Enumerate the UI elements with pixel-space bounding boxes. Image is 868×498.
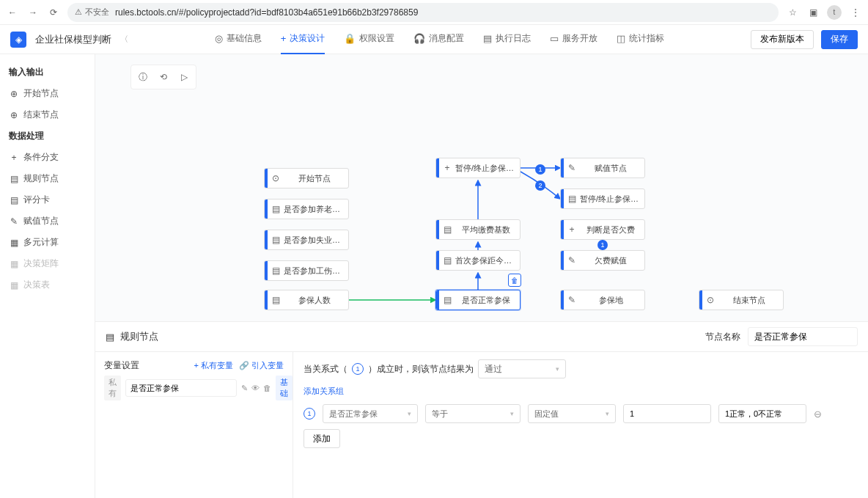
sidebar-item-结束节点[interactable]: ⊕结束节点 — [0, 104, 95, 125]
sidebar-item-决策矩阵: ▦决策矩阵 — [0, 253, 95, 274]
node-icon: ▤ — [439, 255, 455, 266]
tab-权限设置[interactable]: 🔒权限设置 — [344, 25, 394, 54]
remark-input[interactable] — [718, 404, 806, 423]
tab-执行日志[interactable]: ▤执行日志 — [483, 25, 531, 54]
sidebar-icon: ⊕ — [9, 110, 19, 120]
rule-row: 1 是否正常参保▾ 等于▾ 固定值▾ ⊖ — [304, 404, 858, 423]
sidebar-icon: ▤ — [9, 174, 19, 184]
field-select[interactable]: 是否正常参保▾ — [323, 404, 418, 423]
play-icon[interactable]: ▷ — [174, 67, 194, 87]
rule-prefix: 当关系式（ — [304, 363, 347, 376]
logo-icon: ◈ — [10, 32, 26, 48]
edge-badge: 1 — [597, 240, 608, 250]
node-n1[interactable]: ▤是否参加养老保险 — [264, 199, 349, 219]
sidebar-item-条件分支[interactable]: +条件分支 — [0, 147, 95, 168]
reload-icon[interactable]: ⟳ — [47, 6, 60, 19]
tab-消息配置[interactable]: 🎧消息配置 — [413, 25, 464, 54]
node-icon: ⊙ — [268, 173, 284, 183]
value-input[interactable] — [623, 404, 711, 423]
node-label: 开始节点 — [284, 173, 348, 184]
rule-row-badge: 1 — [304, 408, 315, 420]
tab-icon: ▤ — [483, 33, 492, 44]
node-icon: ▤ — [268, 204, 284, 214]
back-icon[interactable]: ← — [6, 6, 19, 19]
node-n4[interactable]: ▤参保人数 — [264, 290, 349, 310]
var-basic-tag[interactable]: 基础 — [276, 376, 293, 400]
sidebar-item-评分卡[interactable]: ▤评分卡 — [0, 189, 95, 210]
node-label: 欠费赋值 — [580, 255, 644, 266]
tab-决策设计[interactable]: +决策设计 — [281, 25, 326, 54]
panel-icon: ▤ — [106, 332, 114, 343]
tab-icon: ◎ — [215, 33, 223, 44]
more-icon[interactable]: ⋮ — [849, 6, 862, 19]
save-button[interactable]: 保存 — [821, 30, 858, 49]
sidebar-item-开始节点[interactable]: ⊕开始节点 — [0, 83, 95, 104]
avatar[interactable]: t — [827, 5, 842, 20]
sidebar-icon: ▦ — [9, 280, 19, 290]
type-select[interactable]: 固定值▾ — [528, 404, 616, 423]
op-select[interactable]: 等于▾ — [425, 404, 521, 423]
url-bar[interactable]: ⚠ 不安全 rules.bctools.cn/#/policyprojectad… — [67, 3, 779, 22]
node-label: 是否参加养老保险 — [284, 204, 348, 215]
result-select[interactable]: 通过▾ — [478, 359, 566, 378]
var-title: 变量设置 — [104, 359, 139, 372]
node-label: 结束节点 — [718, 295, 783, 306]
sidebar: 输入输出⊕开始节点⊕结束节点数据处理+条件分支▤规则节点▤评分卡✎赋值节点▦多元… — [0, 54, 95, 498]
node-n10[interactable]: ▤暂停/终止参保时... — [560, 188, 645, 209]
node-n12[interactable]: ✎欠费赋值 — [560, 250, 645, 271]
trash-icon[interactable]: 🗑 — [263, 384, 271, 393]
sidebar-icon: ▤ — [9, 195, 19, 205]
eye-icon[interactable]: 👁 — [251, 384, 260, 393]
sidebar-icon: ▦ — [9, 238, 19, 248]
node-name-input[interactable] — [748, 327, 858, 346]
sidebar-item-多元计算[interactable]: ▦多元计算 — [0, 232, 95, 253]
node-n7[interactable]: ▤首次参保距今月数 — [435, 250, 521, 271]
add-row-button[interactable]: 添加 — [304, 429, 340, 448]
node-n2[interactable]: ▤是否参加失业保险 — [264, 230, 349, 250]
node-icon: ▤ — [268, 266, 284, 276]
node-label: 参保地 — [580, 295, 644, 306]
panel-icon[interactable]: ▣ — [806, 6, 820, 19]
info-icon[interactable]: ⓘ — [133, 67, 152, 87]
var-name-input[interactable] — [125, 379, 237, 397]
node-name-label: 节点名称 — [705, 331, 740, 343]
tab-基础信息[interactable]: ◎基础信息 — [215, 25, 262, 54]
delete-node-button[interactable]: 🗑 — [508, 274, 521, 287]
tab-统计指标[interactable]: ◫统计指标 — [617, 25, 664, 54]
add-private-var-link[interactable]: + 私有变量 — [194, 360, 232, 371]
edit-icon[interactable]: ✎ — [241, 384, 248, 393]
tab-icon: 🔒 — [344, 33, 356, 44]
node-icon: ▤ — [268, 295, 284, 305]
node-label: 是否正常参保 — [455, 295, 520, 306]
star-icon[interactable]: ☆ — [786, 6, 799, 19]
node-n13[interactable]: ✎参保地 — [560, 290, 645, 310]
canvas[interactable]: ⓘ ⟲ ▷ ⊙开始 — [95, 54, 868, 321]
sidebar-item-规则节点[interactable]: ▤规则节点 — [0, 168, 95, 189]
page-title: 企业社保模型判断 — [35, 33, 111, 46]
tab-icon: ▭ — [550, 33, 559, 44]
rule-mid: ）成立时，则该节点结果为 — [368, 363, 474, 376]
node-config-panel: ▤ 规则节点 节点名称 变量设置 + 私有变量 🔗 引入变量 — [95, 321, 868, 498]
node-icon: ▤ — [439, 295, 455, 305]
remove-row-icon[interactable]: ⊖ — [814, 409, 822, 420]
sidebar-item-赋值节点[interactable]: ✎赋值节点 — [0, 210, 95, 232]
node-n11[interactable]: +判断是否欠费 — [560, 219, 645, 240]
connectors — [95, 54, 868, 321]
node-n9[interactable]: ✎赋值节点 — [560, 158, 645, 178]
node-n8[interactable]: ▤是否正常参保 — [435, 290, 521, 310]
import-var-link[interactable]: 🔗 引入变量 — [239, 360, 284, 371]
node-start[interactable]: ⊙开始节点 — [264, 168, 349, 188]
edge-badge: 2 — [535, 180, 545, 191]
tab-服务开放[interactable]: ▭服务开放 — [550, 25, 597, 54]
collapse-icon[interactable]: 〈 — [120, 34, 128, 45]
add-group-link[interactable]: 添加关系组 — [304, 386, 344, 397]
publish-button[interactable]: 发布新版本 — [751, 30, 814, 49]
node-n6[interactable]: ▤平均缴费基数 — [435, 219, 521, 240]
node-icon: ⊙ — [702, 295, 718, 305]
node-n3[interactable]: ▤是否参加工伤保险 — [264, 260, 349, 281]
forward-icon[interactable]: → — [26, 6, 40, 19]
node-n5[interactable]: +暂停/终止参保时... — [435, 158, 521, 178]
history-icon[interactable]: ⟲ — [154, 67, 173, 87]
node-end[interactable]: ⊙结束节点 — [699, 290, 784, 310]
rule-panel: 当关系式（ 1 ）成立时，则该节点结果为 通过▾ 添加关系组 1 是否正常参保▾… — [293, 352, 868, 498]
